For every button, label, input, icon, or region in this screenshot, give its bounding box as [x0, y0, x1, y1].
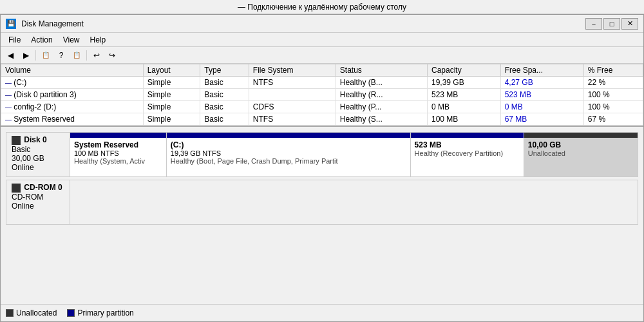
partition-name-3: 10,00 GB	[528, 140, 634, 149]
partition-name-1: (C:)	[171, 140, 406, 149]
window-title: Disk Management	[21, 19, 580, 28]
partition-status-2: Healthy (Recovery Partition)	[415, 149, 520, 157]
content-area: Volume Layout Type File System Status Ca…	[1, 64, 643, 321]
cell-volume: — System Reserved	[1, 113, 144, 126]
cell-status: Healthy (B...	[336, 77, 427, 89]
cell-percentfree: 100 %	[583, 89, 643, 101]
back-button[interactable]: ◀	[3, 49, 17, 62]
table-section: Volume Layout Type File System Status Ca…	[1, 64, 643, 127]
close-button[interactable]: ✕	[621, 18, 638, 30]
cdrom0-area	[70, 180, 638, 225]
col-layout[interactable]: Layout	[143, 64, 200, 77]
toolbar-btn-4[interactable]: ?	[54, 49, 68, 62]
table-row[interactable]: — (Disk 0 partition 3) Simple Basic Heal…	[1, 89, 643, 101]
menu-action[interactable]: Action	[26, 34, 57, 46]
cell-filesystem: NTFS	[249, 113, 336, 126]
toolbar: ◀ ▶ 📋 ? 📋 ↩ ↪	[1, 47, 643, 64]
partition-1[interactable]: (C:) 19,39 GB NTFS Healthy (Boot, Page F…	[167, 133, 411, 176]
col-volume[interactable]: Volume	[1, 64, 144, 77]
cell-freespace: 4,27 GB	[500, 77, 583, 89]
legend-primary: Primary partition	[67, 308, 133, 317]
partition-3[interactable]: 10,00 GB Unallocated	[524, 133, 638, 176]
cell-layout: Simple	[143, 101, 200, 113]
maximize-button[interactable]: □	[603, 18, 620, 30]
table-row[interactable]: — System Reserved Simple Basic NTFS Heal…	[1, 113, 643, 126]
title-bar: — Подключение к удалённому рабочему стол…	[0, 0, 644, 14]
window-icon: 💾	[6, 19, 16, 29]
cell-type: Basic	[200, 113, 249, 126]
disk0-name: Disk 0	[12, 135, 64, 145]
cell-type: Basic	[200, 101, 249, 113]
partition-name-0: System Reserved	[74, 140, 162, 149]
toolbar-btn-3[interactable]: 📋	[39, 49, 53, 62]
col-percentfree[interactable]: % Free	[583, 64, 643, 77]
col-type[interactable]: Type	[200, 64, 249, 77]
cell-type: Basic	[200, 89, 249, 101]
window-title-bar: 💾 Disk Management − □ ✕	[1, 15, 643, 33]
col-freespace[interactable]: Free Spa...	[500, 64, 583, 77]
cell-capacity: 0 MB	[428, 101, 501, 113]
col-capacity[interactable]: Capacity	[428, 64, 501, 77]
cell-status: Healthy (P...	[336, 101, 427, 113]
cell-percentfree: 22 %	[583, 77, 643, 89]
partition-0[interactable]: System Reserved 100 MB NTFS Healthy (Sys…	[70, 133, 167, 176]
cdrom0-type: CD-ROM	[12, 193, 64, 202]
cdrom0-name: CD-ROM 0	[12, 183, 64, 193]
window-controls: − □ ✕	[585, 18, 638, 30]
toolbar-separator-1	[35, 50, 36, 61]
toolbar-btn-6[interactable]: ↩	[90, 49, 104, 62]
disk0-row: Disk 0 Basic 30,00 GB Online System Rese…	[6, 132, 638, 177]
forward-button[interactable]: ▶	[19, 49, 33, 62]
toolbar-separator-2	[86, 50, 87, 61]
cell-freespace: 67 MB	[500, 113, 583, 126]
col-filesystem[interactable]: File System	[249, 64, 336, 77]
col-status[interactable]: Status	[336, 64, 427, 77]
table-row[interactable]: — config-2 (D:) Simple Basic CDFS Health…	[1, 101, 643, 113]
cdrom0-row: CD-ROM 0 CD-ROM Online	[6, 180, 638, 225]
menu-help[interactable]: Help	[85, 34, 111, 46]
cell-layout: Simple	[143, 89, 200, 101]
cell-status: Healthy (S...	[336, 113, 427, 126]
menu-bar: File Action View Help	[1, 33, 643, 47]
toolbar-btn-5[interactable]: 📋	[70, 49, 84, 62]
menu-view[interactable]: View	[58, 34, 85, 46]
cell-percentfree: 67 %	[583, 113, 643, 126]
disk0-status: Online	[12, 163, 64, 172]
partition-size-1: 19,39 GB NTFS	[171, 149, 406, 157]
partition-2[interactable]: 523 MB Healthy (Recovery Partition)	[411, 133, 524, 176]
table-row[interactable]: — (C:) Simple Basic NTFS Healthy (B... 1…	[1, 77, 643, 89]
disk-visual-section: Disk 0 Basic 30,00 GB Online System Rese…	[1, 127, 643, 304]
cdrom0-label: CD-ROM 0 CD-ROM Online	[6, 180, 70, 225]
minimize-button[interactable]: −	[585, 18, 602, 30]
disk-table: Volume Layout Type File System Status Ca…	[1, 64, 643, 126]
partition-status-1: Healthy (Boot, Page File, Crash Dump, Pr…	[171, 157, 406, 165]
cell-volume: — (Disk 0 partition 3)	[1, 89, 144, 101]
partition-status-0: Healthy (System, Activ	[74, 157, 162, 165]
legend-bar: Unallocated Primary partition	[1, 304, 643, 321]
legend-unallocated: Unallocated	[6, 308, 57, 317]
menu-file[interactable]: File	[3, 34, 26, 46]
cell-percentfree: 100 %	[583, 101, 643, 113]
cell-volume: — (C:)	[1, 77, 144, 89]
cell-freespace: 523 MB	[500, 89, 583, 101]
legend-primary-label: Primary partition	[77, 308, 133, 317]
disk0-type: Basic	[12, 145, 64, 154]
cell-layout: Simple	[143, 77, 200, 89]
cell-volume: — config-2 (D:)	[1, 101, 144, 113]
cell-filesystem: NTFS	[249, 77, 336, 89]
legend-unallocated-box	[6, 309, 14, 317]
toolbar-btn-7[interactable]: ↪	[105, 49, 119, 62]
disk0-partitions: System Reserved 100 MB NTFS Healthy (Sys…	[70, 132, 638, 177]
legend-primary-box	[67, 309, 75, 317]
cell-layout: Simple	[143, 113, 200, 126]
partition-name-2: 523 MB	[415, 140, 520, 149]
cell-status: Healthy (R...	[336, 89, 427, 101]
cell-capacity: 523 MB	[428, 89, 501, 101]
cdrom0-status: Online	[12, 202, 64, 211]
cell-freespace: 0 MB	[500, 101, 583, 113]
main-window: 💾 Disk Management − □ ✕ File Action View…	[0, 14, 644, 322]
partition-size-0: 100 MB NTFS	[74, 149, 162, 157]
legend-unallocated-label: Unallocated	[16, 308, 57, 317]
cell-capacity: 100 MB	[428, 113, 501, 126]
cell-capacity: 19,39 GB	[428, 77, 501, 89]
